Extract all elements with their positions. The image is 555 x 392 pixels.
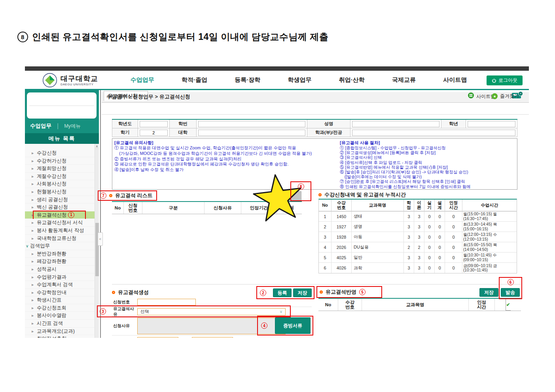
menu-item-label: 봉사 활동계획서 작성 <box>37 228 84 233</box>
column-header: 교과목명 <box>362 299 469 311</box>
request-no-input[interactable] <box>137 299 196 305</box>
nav-item[interactable]: 학적·졸업 <box>182 76 207 84</box>
semester-input[interactable] <box>140 130 168 136</box>
nav-item[interactable]: 사이트맵 <box>443 76 467 84</box>
period-end-field <box>192 337 233 338</box>
cell-class-time: 화(15:00~15:50) 목(14:00~14:50) <box>462 242 517 253</box>
cell-credit: 3 <box>404 232 414 242</box>
year-input[interactable] <box>140 121 168 127</box>
nav-item[interactable]: 국제교류 <box>392 76 416 84</box>
cell-credit: 3 <box>404 222 414 232</box>
section-bullet-icon <box>320 290 323 294</box>
cell-course-name: DU실용 <box>352 242 404 253</box>
sidebar-menu-item[interactable]: 생리 공결신청 <box>25 196 95 204</box>
annotation-box-buttons: 2 <box>256 286 314 299</box>
column-header: 학 점 <box>404 200 414 211</box>
select-all-checkbox[interactable]: ✔ <box>506 299 511 311</box>
menu-item-label: 학생시간표 <box>37 297 62 303</box>
table-row: 5 4025 일반 3 3 0 0 0 월(10:30~11:45) 수(09:… <box>319 253 517 263</box>
name-input[interactable] <box>352 121 439 127</box>
logo-text: 대구대학교 DAEGU UNIVERSITY <box>61 75 98 86</box>
sidebar-menu-item[interactable]: 헌혈봉사신청 <box>25 188 95 196</box>
notice-caution: [유고결석 유의사항] ① 유고결석 적용은 대면수업 및 실시간 Zoom 수… <box>114 140 338 188</box>
divider <box>29 106 94 106</box>
sidebar-menu-item[interactable]: 수강신청조회 <box>25 304 95 312</box>
major-input[interactable] <box>352 130 515 136</box>
sidebar-menu-item[interactable]: 학생시간표 <box>25 296 95 304</box>
nav-item[interactable]: 학생업무 <box>288 76 311 84</box>
sidebar-menu-item[interactable]: 수강학점안내 <box>25 289 95 297</box>
cell-class-time: 화(13:30~14:45) 목(15:00~16:15) <box>462 222 517 232</box>
sidebar-menu-item[interactable]: 검색업무 <box>25 242 95 250</box>
annotation-badge-4: 4 <box>261 322 267 329</box>
nav-item[interactable]: 등록·장학 <box>235 76 260 84</box>
sidebar-menu-item[interactable]: 유고결석신청서 서식 <box>25 219 95 227</box>
tab-class-work[interactable]: 수업업무 <box>30 122 51 130</box>
sidebar-menu-item[interactable]: 수강신청 <box>25 149 95 157</box>
sidebar-menu-item[interactable]: 성적공시 <box>25 266 95 273</box>
app-window: 대구대학교 DAEGU UNIVERSITY 수업업무 학적·졸업 등록·장학 … <box>25 66 529 338</box>
sidebar-menu-item[interactable]: 시간표 검색 <box>25 320 95 328</box>
column-header: No <box>318 299 338 311</box>
university-name-en: DAEGU UNIVERSITY <box>61 83 98 86</box>
logout-button[interactable]: 로그아웃 <box>487 75 523 85</box>
period-start-input[interactable] <box>137 337 178 338</box>
notice-line: ([발송]이후에는 데이터 수정 및 삭제 불가) <box>340 174 515 179</box>
sidebar-menu-item[interactable]: 분반강좌현황 <box>25 250 95 258</box>
notice-line: ⑦ [승인]완료 후 [유고결석 리스트]에서 해당 항목 선택후 [인쇄] 클… <box>340 179 515 184</box>
nav-item[interactable]: 취업·산학 <box>339 76 365 84</box>
favorite-label: 즐겨찾기 <box>500 93 519 100</box>
sidebar-menu-item[interactable]: 수업계획서 검색 <box>25 281 95 289</box>
cell-recognized-hours: 0 <box>445 263 462 273</box>
menu-item-label: 백신 공결신청 <box>37 204 68 210</box>
favorite-button[interactable]: ★ 즐겨찾기 <box>492 93 519 100</box>
sidebar-menu-item[interactable]: 사회봉사신청 <box>25 180 95 188</box>
cell-recognized-hours: 0 <box>445 242 462 253</box>
sidebar-menu-item[interactable]: 취업적성추천 <box>25 335 95 338</box>
label-semester: 학기 <box>112 128 138 137</box>
list-section-title: 유고결석 리스트 <box>115 192 153 199</box>
sidebar-menu-item[interactable]: 수강허가신청 <box>25 157 95 165</box>
logout-label: 로그아웃 <box>498 77 517 84</box>
sidebar-menu-item[interactable]: 계절희망신청 <box>25 165 95 173</box>
sitemap-icon[interactable] <box>468 92 474 98</box>
nav-item[interactable]: 수업업무 <box>131 76 154 84</box>
annotation-box-send: 6 <box>499 277 522 299</box>
tab-my-menu[interactable]: My메뉴 <box>64 123 81 130</box>
cell-recognized-hours: 0 <box>445 253 462 263</box>
grid-glyph <box>470 94 471 95</box>
grade-input[interactable] <box>468 121 515 127</box>
sidebar-menu-item[interactable]: 국내학점교류신청 <box>25 235 95 243</box>
sidebar-menu-item[interactable]: 계절수강신청 <box>25 173 95 181</box>
apply-section-title: 유고결석반영 <box>326 288 356 296</box>
student-no-input[interactable] <box>198 121 305 127</box>
sidebar-menu-item[interactable]: 폐강강좌현황 <box>25 258 95 266</box>
scroll-up-icon[interactable]: ∧ <box>95 144 99 149</box>
cell-credit: 2 <box>404 242 414 253</box>
cell-theory: 2 <box>414 242 424 253</box>
column-header-checkbox: ✔ <box>495 299 521 311</box>
cell-design: 0 <box>435 211 445 222</box>
sidebar-menu-item[interactable]: 봉사이수열람 <box>25 312 95 320</box>
cell-course-name: 아동 <box>352 232 404 242</box>
college-input[interactable] <box>198 130 305 136</box>
university-logo[interactable]: 대구대학교 DAEGU UNIVERSITY <box>42 73 98 88</box>
sidebar-menu-item[interactable]: 봉사 활동계획서 작성 <box>25 227 95 235</box>
menu-list-header: 메뉴 목록 <box>25 133 99 144</box>
sidebar-menu-item[interactable]: 교과목개요(교과) <box>25 328 95 335</box>
create-section-title-row: 유고결석생성 <box>112 289 149 296</box>
sidebar: 수업업무 | My메뉴 메뉴 목록 수강신청 수강허가신청 계절희망신청 <box>25 90 99 338</box>
sidebar-tabs: 수업업무 | My메뉴 <box>30 122 97 130</box>
create-section-title: 유고결석생성 <box>118 289 149 296</box>
label-request-reason: 신청사유 <box>112 323 137 329</box>
section-divider <box>112 284 521 285</box>
sidebar-menu-item[interactable]: 유고결석신청1 <box>25 211 95 219</box>
cell-credit: 3 <box>404 263 414 273</box>
sidebar-menu-item[interactable]: 수업평가결과 <box>25 273 95 281</box>
user-info-box <box>27 92 97 119</box>
scrollbar-thumb[interactable] <box>95 223 99 276</box>
sidebar-collapse-handle[interactable]: < <box>98 232 103 246</box>
period-end-input[interactable] <box>192 337 233 338</box>
menu-item-label: 수업평가결과 <box>37 274 66 280</box>
save-apply-button[interactable]: 저장 <box>479 288 498 297</box>
